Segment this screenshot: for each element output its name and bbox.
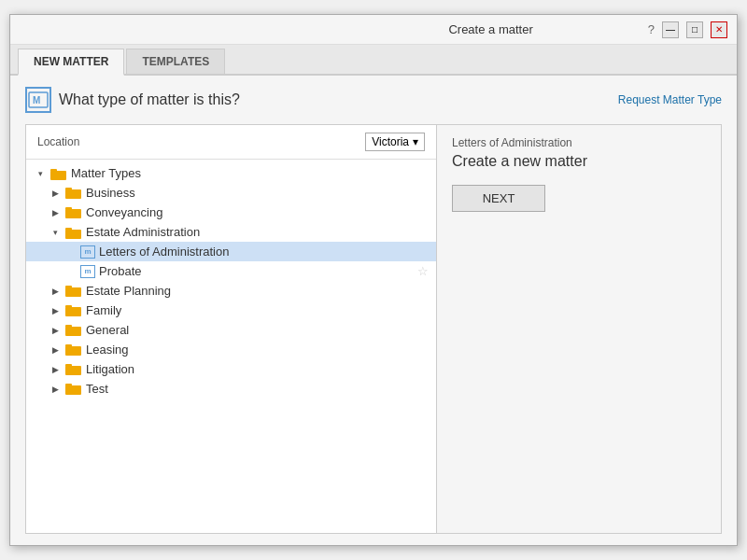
left-panel: Location Victoria ▾ ▾ Ma <box>26 125 437 533</box>
tree-label-family: Family <box>86 303 121 317</box>
tree-item-general[interactable]: ▶ General <box>26 320 436 340</box>
tree-item-litigation[interactable]: ▶ Litigation <box>26 359 436 379</box>
matter-type-icon: m <box>80 245 95 259</box>
expand-icon: ▶ <box>49 343 62 357</box>
title-bar: Create a matter ? — □ ✕ <box>10 15 737 45</box>
folder-icon <box>65 187 82 200</box>
header-row: M What type of matter is this? Request M… <box>25 87 722 113</box>
location-dropdown[interactable]: Victoria ▾ <box>365 133 425 151</box>
tree-item-leasing[interactable]: ▶ Leasing <box>26 340 436 359</box>
tree-item-conveyancing[interactable]: ▶ Conveyancing <box>26 203 436 222</box>
svg-rect-18 <box>65 366 81 375</box>
location-value: Victoria <box>372 135 409 148</box>
tree-area: ▾ Matter Types ▶ B <box>26 160 436 533</box>
folder-icon <box>65 324 82 337</box>
svg-text:M: M <box>33 95 40 105</box>
svg-rect-7 <box>65 207 72 210</box>
svg-rect-14 <box>65 327 81 336</box>
folder-icon <box>65 304 82 317</box>
svg-rect-16 <box>65 346 81 356</box>
collapse-icon: ▾ <box>34 167 47 180</box>
request-matter-type-link[interactable]: Request Matter Type <box>618 93 722 106</box>
svg-rect-4 <box>65 189 81 199</box>
location-bar: Location Victoria ▾ <box>26 125 436 160</box>
next-button[interactable]: NEXT <box>452 185 545 212</box>
tree-item-letters-of-administration[interactable]: m Letters of Administration <box>26 242 436 261</box>
tree-item-estate-planning[interactable]: ▶ Estate Planning <box>26 281 436 301</box>
tree-item-probate[interactable]: m Probate ☆ <box>26 261 436 281</box>
spacer <box>63 245 77 259</box>
expand-icon: ▶ <box>49 206 62 219</box>
tree-item-family[interactable]: ▶ Family <box>26 301 436 320</box>
svg-rect-17 <box>65 344 72 347</box>
folder-icon <box>65 383 82 396</box>
svg-rect-21 <box>65 384 72 386</box>
expand-icon: ▶ <box>49 285 62 298</box>
svg-rect-12 <box>65 307 81 316</box>
svg-rect-11 <box>65 286 72 288</box>
matter-type-icon: m <box>80 265 95 278</box>
tab-templates[interactable]: TEMPLATES <box>126 49 225 74</box>
tab-bar: NEW MATTER TEMPLATES <box>10 45 737 76</box>
svg-rect-5 <box>65 188 72 190</box>
star-icon[interactable]: ☆ <box>417 264 429 278</box>
tree-label-leasing: Leasing <box>86 343 129 357</box>
folder-open-icon <box>65 226 82 239</box>
svg-rect-8 <box>65 230 81 239</box>
location-label: Location <box>37 135 79 148</box>
tree-label-probate: Probate <box>99 264 142 278</box>
tree-label-test: Test <box>86 382 108 396</box>
folder-open-icon <box>50 167 67 180</box>
main-area: Location Victoria ▾ ▾ Ma <box>25 124 722 534</box>
spacer <box>63 265 77 278</box>
svg-rect-3 <box>50 169 57 172</box>
close-button[interactable]: ✕ <box>711 21 727 38</box>
svg-rect-19 <box>65 364 72 367</box>
svg-rect-13 <box>65 305 72 308</box>
maximize-button[interactable]: □ <box>686 21 703 38</box>
tree-label-letters-of-administration: Letters of Administration <box>99 245 229 259</box>
window-title: Create a matter <box>333 22 647 36</box>
tree-label-matter-types: Matter Types <box>71 166 141 180</box>
expand-icon: ▶ <box>49 363 62 376</box>
svg-rect-10 <box>65 287 81 297</box>
main-window: Create a matter ? — □ ✕ NEW MATTER TEMPL… <box>9 14 738 546</box>
tab-new-matter[interactable]: NEW MATTER <box>18 49 124 76</box>
window-controls: ? — □ ✕ <box>648 21 727 38</box>
expand-icon: ▶ <box>49 304 62 317</box>
tree-label-conveyancing: Conveyancing <box>86 205 162 219</box>
right-panel: Letters of Administration Create a new m… <box>437 125 721 533</box>
folder-icon <box>65 285 82 298</box>
tree-item-test[interactable]: ▶ Test <box>26 379 436 399</box>
tree-label-estate-administration: Estate Administration <box>86 225 200 239</box>
help-button[interactable]: ? <box>648 22 655 36</box>
right-panel-label: Letters of Administration <box>452 136 706 149</box>
svg-rect-15 <box>65 325 72 328</box>
tree-item-business[interactable]: ▶ Business <box>26 183 436 203</box>
collapse-icon: ▾ <box>49 226 62 239</box>
svg-rect-9 <box>65 228 72 231</box>
svg-rect-2 <box>50 171 66 180</box>
page-title: What type of matter is this? <box>59 91 240 108</box>
expand-icon: ▶ <box>49 324 62 337</box>
right-panel-title: Create a new matter <box>452 153 706 170</box>
tree-label-litigation: Litigation <box>86 362 134 376</box>
tree-item-matter-types[interactable]: ▾ Matter Types <box>26 163 436 183</box>
tree-item-estate-administration[interactable]: ▾ Estate Administration <box>26 222 436 242</box>
tree-label-estate-planning: Estate Planning <box>86 284 171 298</box>
svg-rect-20 <box>65 385 81 395</box>
svg-rect-6 <box>65 209 81 218</box>
matter-icon: M <box>25 87 51 113</box>
folder-icon <box>65 206 82 219</box>
content-area: M What type of matter is this? Request M… <box>10 76 737 545</box>
minimize-button[interactable]: — <box>662 21 679 38</box>
tree-label-general: General <box>86 323 129 337</box>
expand-icon: ▶ <box>49 383 62 396</box>
chevron-down-icon: ▾ <box>413 135 418 148</box>
tree-label-business: Business <box>86 186 135 200</box>
expand-icon: ▶ <box>49 187 62 200</box>
header-left: M What type of matter is this? <box>25 87 240 113</box>
folder-icon <box>65 343 82 357</box>
folder-icon <box>65 363 82 376</box>
